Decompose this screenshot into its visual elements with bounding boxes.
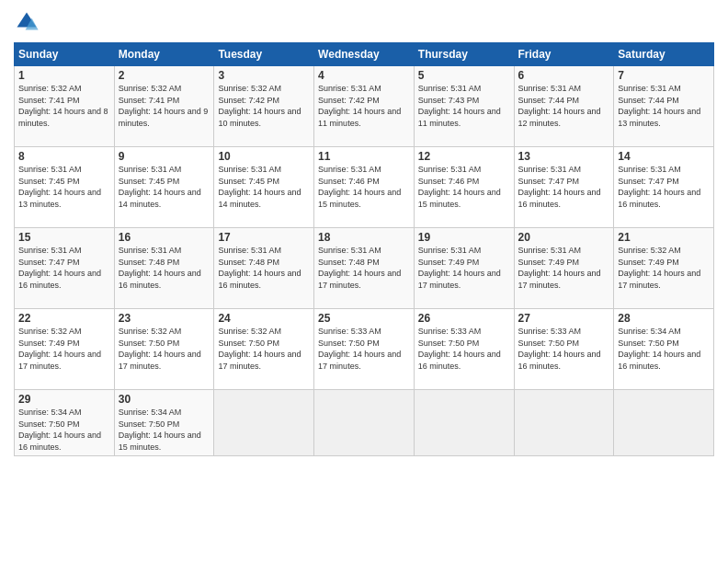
calendar-cell: 15 Sunrise: 5:31 AM Sunset: 7:47 PM Dayl… — [15, 228, 115, 309]
calendar-cell: 30 Sunrise: 5:34 AM Sunset: 7:50 PM Dayl… — [114, 390, 214, 456]
day-number: 6 — [518, 69, 610, 82]
day-number: 21 — [618, 231, 710, 244]
day-number: 4 — [318, 69, 410, 82]
day-info: Sunrise: 5:31 AM Sunset: 7:45 PM Dayligh… — [218, 164, 310, 210]
day-number: 25 — [318, 312, 410, 325]
day-info: Sunrise: 5:31 AM Sunset: 7:44 PM Dayligh… — [618, 83, 710, 129]
day-number: 23 — [119, 312, 210, 325]
weekday-header-wednesday: Wednesday — [314, 43, 415, 66]
day-info: Sunrise: 5:31 AM Sunset: 7:47 PM Dayligh… — [518, 164, 610, 210]
calendar-cell: 13 Sunrise: 5:31 AM Sunset: 7:47 PM Dayl… — [514, 147, 614, 228]
day-info: Sunrise: 5:33 AM Sunset: 7:50 PM Dayligh… — [318, 326, 410, 372]
day-info: Sunrise: 5:31 AM Sunset: 7:46 PM Dayligh… — [318, 164, 410, 210]
calendar-cell: 6 Sunrise: 5:31 AM Sunset: 7:44 PM Dayli… — [514, 66, 614, 147]
day-info: Sunrise: 5:32 AM Sunset: 7:49 PM Dayligh… — [18, 326, 110, 372]
calendar-cell: 28 Sunrise: 5:34 AM Sunset: 7:50 PM Dayl… — [614, 309, 714, 390]
day-info: Sunrise: 5:31 AM Sunset: 7:47 PM Dayligh… — [18, 245, 110, 291]
day-info: Sunrise: 5:31 AM Sunset: 7:49 PM Dayligh… — [418, 245, 510, 291]
calendar-cell: 7 Sunrise: 5:31 AM Sunset: 7:44 PM Dayli… — [614, 66, 714, 147]
logo-icon — [14, 9, 40, 35]
calendar: SundayMondayTuesdayWednesdayThursdayFrid… — [14, 42, 714, 456]
calendar-cell: 27 Sunrise: 5:33 AM Sunset: 7:50 PM Dayl… — [514, 309, 614, 390]
calendar-week-3: 15 Sunrise: 5:31 AM Sunset: 7:47 PM Dayl… — [15, 228, 714, 309]
calendar-cell: 21 Sunrise: 5:32 AM Sunset: 7:49 PM Dayl… — [614, 228, 714, 309]
day-info: Sunrise: 5:31 AM Sunset: 7:48 PM Dayligh… — [119, 245, 210, 291]
calendar-cell: 17 Sunrise: 5:31 AM Sunset: 7:48 PM Dayl… — [214, 228, 314, 309]
day-number: 20 — [518, 231, 610, 244]
calendar-week-4: 22 Sunrise: 5:32 AM Sunset: 7:49 PM Dayl… — [15, 309, 714, 390]
day-info: Sunrise: 5:31 AM Sunset: 7:44 PM Dayligh… — [518, 83, 610, 129]
calendar-cell: 10 Sunrise: 5:31 AM Sunset: 7:45 PM Dayl… — [214, 147, 314, 228]
day-number: 22 — [18, 312, 110, 325]
day-info: Sunrise: 5:34 AM Sunset: 7:50 PM Dayligh… — [618, 326, 710, 372]
day-number: 19 — [418, 231, 510, 244]
calendar-cell: 25 Sunrise: 5:33 AM Sunset: 7:50 PM Dayl… — [314, 309, 415, 390]
day-number: 15 — [18, 231, 110, 244]
day-info: Sunrise: 5:33 AM Sunset: 7:50 PM Dayligh… — [518, 326, 610, 372]
day-info: Sunrise: 5:31 AM Sunset: 7:45 PM Dayligh… — [119, 164, 210, 210]
calendar-cell: 9 Sunrise: 5:31 AM Sunset: 7:45 PM Dayli… — [114, 147, 214, 228]
day-number: 11 — [318, 150, 410, 163]
day-number: 8 — [18, 150, 110, 163]
day-number: 29 — [18, 393, 110, 406]
page: SundayMondayTuesdayWednesdayThursdayFrid… — [0, 0, 728, 563]
day-number: 10 — [218, 150, 310, 163]
day-number: 9 — [119, 150, 210, 163]
calendar-cell: 5 Sunrise: 5:31 AM Sunset: 7:43 PM Dayli… — [414, 66, 514, 147]
weekday-header-tuesday: Tuesday — [214, 43, 314, 66]
calendar-week-5: 29 Sunrise: 5:34 AM Sunset: 7:50 PM Dayl… — [15, 390, 714, 456]
day-info: Sunrise: 5:31 AM Sunset: 7:48 PM Dayligh… — [318, 245, 410, 291]
day-info: Sunrise: 5:34 AM Sunset: 7:50 PM Dayligh… — [18, 407, 110, 453]
day-info: Sunrise: 5:32 AM Sunset: 7:50 PM Dayligh… — [119, 326, 210, 372]
day-info: Sunrise: 5:31 AM Sunset: 7:47 PM Dayligh… — [618, 164, 710, 210]
calendar-cell: 29 Sunrise: 5:34 AM Sunset: 7:50 PM Dayl… — [15, 390, 115, 456]
calendar-cell: 24 Sunrise: 5:32 AM Sunset: 7:50 PM Dayl… — [214, 309, 314, 390]
day-info: Sunrise: 5:31 AM Sunset: 7:46 PM Dayligh… — [418, 164, 510, 210]
calendar-cell: 3 Sunrise: 5:32 AM Sunset: 7:42 PM Dayli… — [214, 66, 314, 147]
day-info: Sunrise: 5:32 AM Sunset: 7:50 PM Dayligh… — [218, 326, 310, 372]
calendar-cell: 19 Sunrise: 5:31 AM Sunset: 7:49 PM Dayl… — [414, 228, 514, 309]
calendar-week-2: 8 Sunrise: 5:31 AM Sunset: 7:45 PM Dayli… — [15, 147, 714, 228]
day-number: 28 — [618, 312, 710, 325]
day-number: 16 — [119, 231, 210, 244]
calendar-cell — [314, 390, 415, 456]
day-info: Sunrise: 5:31 AM Sunset: 7:45 PM Dayligh… — [18, 164, 110, 210]
weekday-header-friday: Friday — [514, 43, 614, 66]
weekday-header-sunday: Sunday — [15, 43, 115, 66]
calendar-cell: 14 Sunrise: 5:31 AM Sunset: 7:47 PM Dayl… — [614, 147, 714, 228]
day-info: Sunrise: 5:31 AM Sunset: 7:49 PM Dayligh… — [518, 245, 610, 291]
day-number: 5 — [418, 69, 510, 82]
calendar-cell: 12 Sunrise: 5:31 AM Sunset: 7:46 PM Dayl… — [414, 147, 514, 228]
day-number: 1 — [18, 69, 110, 82]
calendar-cell — [414, 390, 514, 456]
header — [14, 9, 714, 35]
calendar-cell: 18 Sunrise: 5:31 AM Sunset: 7:48 PM Dayl… — [314, 228, 415, 309]
calendar-cell — [214, 390, 314, 456]
calendar-cell — [614, 390, 714, 456]
weekday-header-thursday: Thursday — [414, 43, 514, 66]
day-info: Sunrise: 5:32 AM Sunset: 7:42 PM Dayligh… — [218, 83, 310, 129]
calendar-cell: 4 Sunrise: 5:31 AM Sunset: 7:42 PM Dayli… — [314, 66, 415, 147]
day-info: Sunrise: 5:33 AM Sunset: 7:50 PM Dayligh… — [418, 326, 510, 372]
day-info: Sunrise: 5:32 AM Sunset: 7:41 PM Dayligh… — [18, 83, 110, 129]
day-number: 30 — [119, 393, 210, 406]
calendar-header-row: SundayMondayTuesdayWednesdayThursdayFrid… — [15, 43, 714, 66]
day-info: Sunrise: 5:31 AM Sunset: 7:43 PM Dayligh… — [418, 83, 510, 129]
calendar-cell: 11 Sunrise: 5:31 AM Sunset: 7:46 PM Dayl… — [314, 147, 415, 228]
logo — [14, 9, 43, 35]
day-info: Sunrise: 5:31 AM Sunset: 7:48 PM Dayligh… — [218, 245, 310, 291]
calendar-cell: 8 Sunrise: 5:31 AM Sunset: 7:45 PM Dayli… — [15, 147, 115, 228]
calendar-cell: 20 Sunrise: 5:31 AM Sunset: 7:49 PM Dayl… — [514, 228, 614, 309]
calendar-cell: 23 Sunrise: 5:32 AM Sunset: 7:50 PM Dayl… — [114, 309, 214, 390]
day-number: 27 — [518, 312, 610, 325]
day-info: Sunrise: 5:32 AM Sunset: 7:41 PM Dayligh… — [119, 83, 210, 129]
day-number: 18 — [318, 231, 410, 244]
day-number: 26 — [418, 312, 510, 325]
day-number: 17 — [218, 231, 310, 244]
calendar-cell: 1 Sunrise: 5:32 AM Sunset: 7:41 PM Dayli… — [15, 66, 115, 147]
day-info: Sunrise: 5:32 AM Sunset: 7:49 PM Dayligh… — [618, 245, 710, 291]
day-number: 24 — [218, 312, 310, 325]
calendar-cell — [514, 390, 614, 456]
day-number: 13 — [518, 150, 610, 163]
weekday-header-saturday: Saturday — [614, 43, 714, 66]
